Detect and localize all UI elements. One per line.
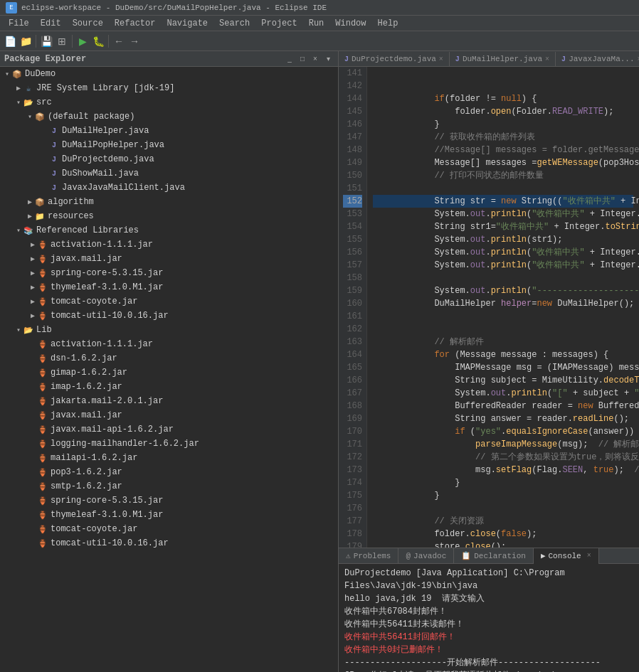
tree-item-default-pkg[interactable]: ▾ 📦 (default package) — [0, 110, 338, 124]
right-panel: J DuProjectdemo.java × J DuMailHelper.ja… — [339, 51, 639, 672]
console-close-button[interactable]: × — [587, 552, 591, 560]
tree-item-jakarta-lib[interactable]: ▶ 🏺 jakarta.mail-2.0.1.jar — [0, 394, 338, 408]
tree-item-thymeleaf-ref[interactable]: ▶ 🏺 thymeleaf-3.1.0.M1.jar — [0, 280, 338, 294]
tab-dumailhelper[interactable]: J DuMailHelper.java × — [450, 52, 556, 66]
tree-item-springcore-lib[interactable]: ▶ 🏺 spring-core-5.3.15.jar — [0, 494, 338, 508]
tree-item-reflibs[interactable]: ▾ 📚 Referenced Libraries — [0, 223, 338, 238]
tree-item-dsn-lib[interactable]: ▶ 🏺 dsn-1.6.2.jar — [0, 351, 338, 366]
tree-item-tomcatcoyote-lib[interactable]: ▶ 🏺 tomcat-coyote.jar — [0, 522, 338, 536]
toolbar-debug-button[interactable]: 🐛 — [91, 34, 105, 48]
tree-item-duprojectdemo[interactable]: ▶ J DuProjectdemo.java — [0, 152, 338, 166]
tree-label-springcore-lib: spring-core-5.3.15.jar — [51, 496, 163, 506]
tree-item-tomcatutil-ref[interactable]: ▶ 🏺 tomcat-util-10.0.16.jar — [0, 309, 338, 323]
tree-item-springcore-ref[interactable]: ▶ 🏺 spring-core-5.3.15.jar — [0, 266, 338, 280]
tree-item-src[interactable]: ▾ 📂 src — [0, 95, 338, 110]
jar-icon-lib-9: 🏺 — [37, 452, 48, 464]
tree-item-resources[interactable]: ▶ 📁 resources — [0, 209, 338, 223]
tree-arrow-dudemo: ▾ — [3, 70, 11, 78]
tab-declaration[interactable]: 📋 Declaration — [454, 548, 534, 564]
lib-folder-icon: 📂 — [23, 324, 34, 336]
tree-item-javaxmailapi-lib[interactable]: ▶ 🏺 javax.mail-api-1.6.2.jar — [0, 422, 338, 437]
code-line-155: System.out.println(str1); — [373, 233, 633, 246]
bottom-panel: ⚠ Problems @ Javadoc 📋 Declaration ▶ Con… — [339, 548, 639, 672]
menu-item-search[interactable]: Search — [213, 17, 255, 30]
code-line-152: String str = new String(("收件箱中共" + Inte — [373, 195, 633, 208]
src-folder-icon: 📂 — [23, 97, 34, 108]
tree-item-javaxmail-ref[interactable]: ▶ 🏺 javax.mail.jar — [0, 252, 338, 266]
tree-item-javaxjavamailclient[interactable]: ▶ J JavaxJavaMailClient.java — [0, 181, 338, 195]
code-editor[interactable]: 141 142 144 145 146 147 148 149 150 151 … — [339, 67, 639, 548]
explorer-minimize-button[interactable]: _ — [284, 53, 295, 65]
linenum-154: 154 — [343, 220, 362, 233]
tree-label-logging-lib: logging-mailhandler-1.6.2.jar — [51, 439, 199, 449]
toolbar-back-button[interactable]: ← — [112, 34, 126, 48]
linenum-144: 144 — [343, 92, 362, 105]
tab-java-icon-2: J — [455, 55, 460, 63]
tree-label-src: src — [36, 97, 52, 107]
tree-item-javaxmail-lib[interactable]: ▶ 🏺 javax.mail.jar — [0, 408, 338, 422]
tab-console[interactable]: ▶ Console × — [534, 548, 599, 564]
algorithm-icon: 📦 — [34, 196, 46, 208]
menu-item-project[interactable]: Project — [255, 17, 302, 30]
menu-item-edit[interactable]: Edit — [35, 17, 67, 30]
jar-icon-lib-12: 🏺 — [37, 495, 48, 506]
tree-item-dumailhelper[interactable]: ▶ J DuMailHelper.java — [0, 124, 338, 138]
tree-item-activation-ref[interactable]: ▶ 🏺 activation-1.1.1.jar — [0, 238, 338, 252]
linenum-174: 174 — [343, 476, 362, 489]
tree-item-algorithm[interactable]: ▶ 📦 algorithm — [0, 195, 338, 209]
toolbar-forward-button[interactable]: → — [127, 34, 142, 48]
tab-javadoc[interactable]: @ Javadoc — [398, 548, 454, 564]
tab-problems[interactable]: ⚠ Problems — [339, 548, 398, 564]
jar-icon-lib-15: 🏺 — [37, 538, 48, 549]
tree-item-imap-lib[interactable]: ▶ 🏺 imap-1.6.2.jar — [0, 380, 338, 394]
jar-icon-lib-14: 🏺 — [37, 523, 48, 535]
tree-item-smtp-lib[interactable]: ▶ 🏺 smtp-1.6.2.jar — [0, 479, 338, 494]
code-view[interactable]: if(folder != null) { folder.open(Folder.… — [367, 67, 639, 548]
tree-label-default-pkg: (default package) — [48, 112, 134, 122]
tree-item-dudemo[interactable]: ▾ 📦 DuDemo — [0, 67, 338, 81]
tree-item-mailapi-lib[interactable]: ▶ 🏺 mailapi-1.6.2.jar — [0, 451, 338, 465]
tree-item-dushowmail[interactable]: ▶ J DuShowMail.java — [0, 166, 338, 181]
tree-item-gimap-lib[interactable]: ▶ 🏺 gimap-1.6.2.jar — [0, 366, 338, 380]
explorer-close-button[interactable]: × — [310, 53, 321, 65]
toolbar-open-button[interactable]: 📁 — [19, 34, 33, 48]
tree-item-tomcatcoyote-ref[interactable]: ▶ 🏺 tomcat-coyote.jar — [0, 294, 338, 309]
toolbar-new-button[interactable]: 📄 — [3, 34, 17, 48]
menu-item-file[interactable]: File — [3, 17, 35, 30]
jar-icon-lib-10: 🏺 — [37, 466, 48, 478]
toolbar-save-button[interactable]: 💾 — [39, 34, 53, 48]
menu-item-refactor[interactable]: Refactor — [109, 17, 162, 30]
tree-item-logging-lib[interactable]: ▶ 🏺 logging-mailhandler-1.6.2.jar — [0, 437, 338, 451]
tree-item-tomcatutil-lib[interactable]: ▶ 🏺 tomcat-util-10.0.16.jar — [0, 536, 338, 550]
menu-item-window[interactable]: Window — [329, 17, 371, 30]
toolbar-save-all-button[interactable]: ⊞ — [55, 34, 69, 48]
tree-item-jre[interactable]: ▶ ☕ JRE System Library [jdk-19] — [0, 81, 338, 95]
tab-close-duprojectdemo[interactable]: × — [439, 55, 443, 63]
code-line-146: } — [373, 118, 633, 131]
tree-item-dumailpophelper[interactable]: ▶ J DuMailPopHelper.java — [0, 138, 338, 152]
tree-item-pop3-lib[interactable]: ▶ 🏺 pop3-1.6.2.jar — [0, 465, 338, 479]
linenum-170: 170 — [343, 425, 362, 438]
tab-close-dumailhelper[interactable]: × — [545, 55, 549, 63]
tree-label-thymeleaf-lib: thymeleaf-3.1.0.M1.jar — [51, 510, 163, 520]
jar-icon-6: 🏺 — [37, 310, 48, 321]
explorer-menu-button[interactable]: ▾ — [322, 53, 334, 65]
tab-javaxjavamail[interactable]: J JavaxJavaMa... × — [556, 52, 639, 66]
menu-item-help[interactable]: Help — [372, 17, 404, 30]
tab-duprojectdemo[interactable]: J DuProjectdemo.java × — [339, 52, 450, 66]
tree-arrow-default-pkg: ▾ — [26, 112, 34, 121]
tree-item-lib[interactable]: ▾ 📂 Lib — [0, 323, 338, 337]
toolbar-separator-1 — [36, 35, 36, 48]
linenum-150: 150 — [343, 169, 362, 182]
tree-label-javaxjavamailclient: JavaxJavaMailClient.java — [62, 183, 185, 193]
code-line-172: // 第二个参数如果设置为true，则将该反选像邮发 — [373, 451, 633, 464]
toolbar-run-button[interactable]: ▶ — [75, 34, 90, 48]
menu-item-run[interactable]: Run — [303, 17, 330, 30]
tree-label-imap-lib: imap-1.6.2.jar — [51, 382, 122, 392]
explorer-maximize-button[interactable]: □ — [297, 53, 308, 65]
menu-item-navigate[interactable]: Navigate — [161, 17, 213, 30]
menu-item-source[interactable]: Source — [67, 17, 109, 30]
tree-item-activation-lib[interactable]: ▶ 🏺 activation-1.1.1.jar — [0, 337, 338, 351]
reflibs-icon: 📚 — [23, 225, 34, 236]
tree-item-thymeleaf-lib[interactable]: ▶ 🏺 thymeleaf-3.1.0.M1.jar — [0, 508, 338, 522]
